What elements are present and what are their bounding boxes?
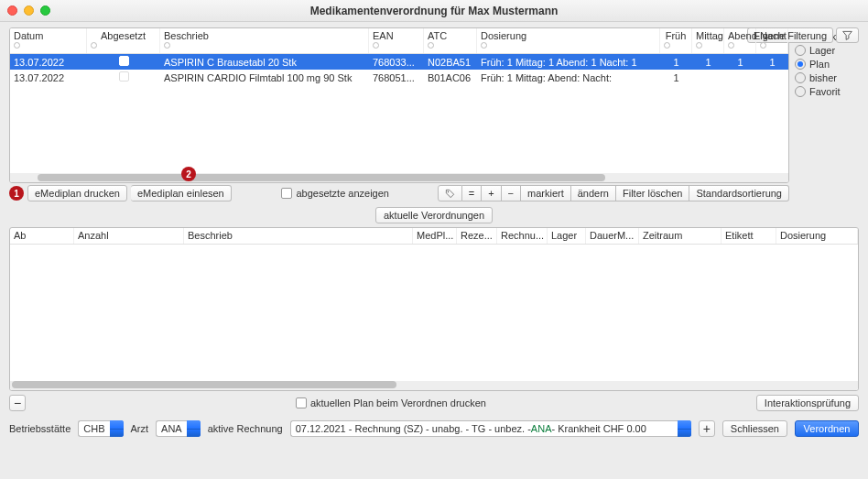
filter-icon-button[interactable] [836,27,859,43]
aktuelle-verordnungen-button[interactable]: aktuelle Verordnungen [375,207,493,223]
equals-button[interactable]: = [462,185,482,201]
table-row[interactable]: 13.07.2022 ASPIRIN C Brausetabl 20 Stk 7… [10,54,788,70]
cell-ab: 1 [724,57,756,68]
cell-dos: Früh: 1 Mittag: Abend: Nacht: [477,72,660,83]
medication-table: Datum Abgesetzt Beschrieb EAN ATC Dosier… [9,27,789,183]
col-abend[interactable]: Abend [728,30,752,41]
aktive-rechnung-label: aktive Rechnung [208,423,283,434]
aktuellen-plan-label: aktuellen Plan beim Verordnen drucken [310,397,486,408]
h-scrollbar-2[interactable] [10,381,858,390]
col-nacht[interactable]: Nacht [760,30,784,41]
radio-lager[interactable] [795,45,806,56]
rechnung-value: 07.12.2021 - Rechnung (SZ) - unabg. - TG… [290,420,678,437]
col2-zeitraum[interactable]: Zeitraum [639,228,722,244]
cell-dos: Früh: 1 Mittag: 1 Abend: 1 Nacht: 1 [477,57,660,68]
cell-datum: 13.07.2022 [10,72,87,83]
col-frueh[interactable]: Früh [664,30,688,41]
betrieb-label: Betriebsstätte [9,423,71,434]
cell-fr: 1 [660,57,692,68]
cell-datum: 13.07.2022 [10,57,87,68]
minus-button[interactable]: − [502,185,521,201]
radio-label: bisher [809,72,837,83]
table-header: Datum Abgesetzt Beschrieb EAN ATC Dosier… [10,28,788,54]
col2-ab[interactable]: Ab [10,228,74,244]
stepper-icon[interactable] [678,420,691,437]
abgesetzt-checkbox[interactable] [119,56,129,66]
markiert-button[interactable]: markiert [521,185,571,201]
schliessen-button[interactable]: Schliessen [722,420,787,437]
betrieb-value: CHB [78,420,109,437]
col2-medpl[interactable]: MedPl... [413,228,457,244]
emediplan-einlesen-button[interactable]: eMediplan einlesen [131,185,232,201]
tag-icon-button[interactable] [438,185,462,201]
radio-label: Plan [809,59,830,70]
close-window[interactable] [7,5,17,16]
svg-point-0 [447,191,448,191]
table2-header: Ab Anzahl Beschrieb MedPl... Reze... Rec… [10,228,858,245]
cell-ean: 768033... [369,57,424,68]
cell-atc: B01AC06 [424,72,477,83]
emediplan-drucken-button[interactable]: eMediplan drucken [27,185,127,201]
betrieb-select[interactable]: CHB [78,420,123,437]
radio-plan[interactable] [795,59,806,70]
col2-lager[interactable]: Lager [548,228,586,244]
plus-button[interactable]: + [482,185,501,201]
badge-2: 2 [181,167,196,181]
col-beschrieb[interactable]: Beschrieb [164,30,364,41]
col-datum[interactable]: Datum [14,30,82,41]
abgesetzte-checkbox[interactable] [281,188,292,199]
window-title: Medikamentenverordnung für Max Musterman… [0,5,868,17]
abgesetzte-label: abgesetzte anzeigen [296,188,389,199]
col-ean[interactable]: EAN [373,30,419,41]
col2-reze[interactable]: Reze... [457,228,497,244]
col2-etikett[interactable]: Etikett [722,228,776,244]
funnel-icon [842,30,852,40]
radio-label: Lager [809,45,835,56]
radio-label: Favorit [809,86,841,97]
minimize-window[interactable] [24,5,34,16]
interaktionspruefung-button[interactable]: Interaktionsprüfung [756,395,859,411]
aktuellen-plan-checkbox[interactable] [296,397,307,408]
tag-icon [445,189,455,199]
stepper-icon[interactable] [187,420,201,437]
cell-mi: 1 [692,57,724,68]
add-rechnung-button[interactable]: + [699,420,715,437]
col-atc[interactable]: ATC [428,30,472,41]
zoom-window[interactable] [40,5,50,16]
arzt-label: Arzt [131,423,149,434]
col2-beschrieb[interactable]: Beschrieb [184,228,413,244]
verordnen-button[interactable]: Verordnen [795,420,859,437]
standardsortierung-button[interactable]: Standardsortierung [689,185,789,201]
col2-rechnu[interactable]: Rechnu... [497,228,548,244]
cell-beschrieb: ASPIRIN C Brausetabl 20 Stk [160,57,369,68]
table-body: 13.07.2022 ASPIRIN C Brausetabl 20 Stk 7… [10,54,788,173]
rechnung-select[interactable]: 07.12.2021 - Rechnung (SZ) - unabg. - TG… [290,420,691,437]
col2-dosierung[interactable]: Dosierung [776,228,858,244]
table2-body [10,245,858,380]
cell-ean: 768051... [369,72,424,83]
radio-bisher[interactable] [795,72,806,83]
h-scrollbar[interactable] [10,173,788,182]
abgesetzt-checkbox[interactable] [119,71,129,82]
cell-beschrieb: ASPIRIN CARDIO Filmtabl 100 mg 90 Stk [160,72,369,83]
cell-atc: N02BA51 [424,57,477,68]
table-row[interactable]: 13.07.2022 ASPIRIN CARDIO Filmtabl 100 m… [10,70,788,85]
col2-dauer[interactable]: DauerM... [586,228,639,244]
titlebar: Medikamentenverordnung für Max Musterman… [0,0,868,22]
traffic-lights [7,5,50,16]
arzt-select[interactable]: ANA [156,420,201,437]
badge-1: 1 [9,186,24,201]
cell-fr: 1 [660,72,692,83]
col2-anzahl[interactable]: Anzahl [74,228,184,244]
filter-loeschen-button[interactable]: Filter löschen [616,185,689,201]
verordnungen-table: Ab Anzahl Beschrieb MedPl... Reze... Rec… [9,227,859,391]
cell-na: 1 [756,57,788,68]
col-dosierung[interactable]: Dosierung [481,30,656,41]
remove-button[interactable]: − [9,395,26,411]
aendern-button[interactable]: ändern [571,185,616,201]
stepper-icon[interactable] [110,420,124,437]
radio-favorit[interactable] [795,86,806,97]
arzt-value: ANA [156,420,187,437]
col-mittag[interactable]: Mittag [696,30,720,41]
col-abgesetzt[interactable]: Abgesetzt [91,30,156,41]
